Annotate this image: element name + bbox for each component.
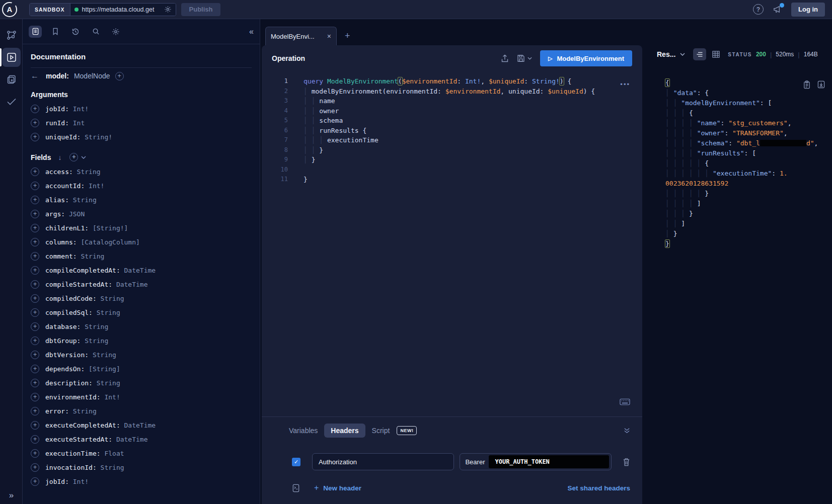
response-dropdown-chevron-icon[interactable]	[680, 53, 685, 56]
field-type[interactable]: Int!	[69, 478, 89, 485]
response-dropdown[interactable]: Res...	[657, 50, 675, 58]
field-row[interactable]: +executeCompletedAt: DateTime	[31, 418, 252, 432]
add-to-query-icon[interactable]: +	[31, 393, 39, 401]
add-all-fields-icon[interactable]: +	[69, 153, 78, 161]
add-to-query-icon[interactable]: +	[31, 322, 39, 331]
add-to-query-icon[interactable]: +	[31, 167, 39, 176]
field-row[interactable]: +alias: String	[31, 193, 252, 207]
sort-fields-icon[interactable]: ↓	[58, 153, 61, 161]
help-icon[interactable]: ?	[753, 4, 764, 15]
add-to-query-icon[interactable]: +	[31, 294, 39, 303]
field-type[interactable]: String	[81, 337, 108, 345]
code-line[interactable]: 4│ │ owner	[262, 106, 642, 116]
add-to-query-icon[interactable]: +	[31, 477, 39, 486]
delete-header-icon[interactable]	[623, 458, 630, 466]
field-type[interactable]: Int!	[85, 182, 104, 190]
add-to-query-icon[interactable]: +	[31, 210, 39, 218]
breadcrumb-type[interactable]: ModelNode	[74, 72, 110, 80]
formatted-view-icon[interactable]	[693, 48, 706, 60]
add-to-query-icon[interactable]: +	[31, 379, 39, 387]
collections-icon[interactable]	[0, 68, 23, 91]
add-to-query-icon[interactable]: +	[31, 238, 39, 246]
tab-variables[interactable]: Variables	[289, 427, 318, 435]
add-to-query-icon[interactable]: +	[31, 351, 39, 359]
code-line[interactable]: 3│ │ name	[262, 96, 642, 106]
tab-script[interactable]: Script	[372, 427, 390, 435]
run-operation-button[interactable]: ▷ ModelByEnvironment	[540, 50, 632, 66]
add-to-query-icon[interactable]: +	[31, 308, 39, 317]
field-row[interactable]: +database: String	[31, 319, 252, 333]
field-type[interactable]: String	[73, 168, 101, 176]
code-line[interactable]: 7│ │ │ executionTime	[262, 135, 642, 145]
add-to-query-icon[interactable]: +	[31, 421, 39, 430]
field-type[interactable]: Int!	[101, 393, 120, 401]
set-shared-headers-link[interactable]: Set shared headers	[567, 484, 630, 492]
argument-row[interactable]: +uniqueId: String!	[31, 130, 252, 144]
add-to-query-icon[interactable]: +	[31, 105, 39, 113]
field-row[interactable]: +error: String	[31, 404, 252, 418]
add-to-query-icon[interactable]: +	[31, 119, 39, 127]
field-row[interactable]: +accountId: Int!	[31, 179, 252, 193]
header-value-input[interactable]: Bearer YOUR_AUTH_TOKEN	[460, 453, 612, 470]
field-row[interactable]: +dbtGroup: String	[31, 333, 252, 348]
field-type[interactable]: String	[93, 379, 120, 387]
save-dropdown-chevron-icon[interactable]	[527, 57, 532, 60]
add-to-query-icon[interactable]: +	[31, 449, 39, 458]
code-line[interactable]: 6│ │ runResults {	[262, 126, 642, 136]
add-to-query-icon[interactable]: +	[31, 337, 39, 345]
code-line[interactable]: 2│ modelByEnvironment(environmentId: $en…	[262, 87, 642, 97]
field-row[interactable]: +access: String	[31, 164, 252, 179]
new-tab-icon[interactable]: +	[345, 31, 350, 41]
settings-gear-icon[interactable]	[109, 26, 122, 38]
preflight-script-icon[interactable]	[292, 484, 300, 492]
field-type[interactable]: Int	[69, 119, 85, 127]
chevron-down-icon[interactable]	[81, 156, 86, 159]
header-key-input[interactable]: Authorization	[312, 453, 454, 470]
header-enabled-checkbox[interactable]: ✓	[292, 458, 300, 466]
explorer-icon[interactable]	[0, 46, 23, 68]
keyboard-shortcuts-icon[interactable]	[620, 398, 630, 405]
add-to-query-icon[interactable]: +	[31, 463, 39, 472]
login-button[interactable]: Log in	[791, 3, 825, 17]
field-row[interactable]: +compiledCode: String	[31, 291, 252, 305]
code-line[interactable]: 9│ }	[262, 155, 642, 165]
argument-row[interactable]: +jobId: Int!	[31, 102, 252, 116]
field-type[interactable]: Float	[101, 450, 124, 457]
field-type[interactable]: String	[89, 351, 116, 359]
field-type[interactable]: String	[69, 407, 97, 415]
field-type[interactable]: DateTime	[120, 267, 156, 274]
code-line[interactable]: 11}	[262, 175, 642, 185]
query-editor[interactable]: 1query ModelByEnvironment($environmentId…	[262, 76, 642, 185]
field-type[interactable]: String	[97, 295, 124, 302]
field-type[interactable]: String	[77, 253, 105, 260]
field-row[interactable]: +compileStartedAt: DateTime	[31, 277, 252, 291]
field-row[interactable]: +dbtVersion: String	[31, 348, 252, 362]
history-icon[interactable]	[69, 26, 82, 38]
field-type[interactable]: [String]	[85, 365, 120, 373]
code-line[interactable]: 8│ │ }	[262, 145, 642, 155]
back-arrow-icon[interactable]: ←	[31, 71, 41, 80]
endpoint-url-input[interactable]: https://metadata.cloud.get	[70, 4, 176, 16]
bookmarks-icon[interactable]	[49, 26, 62, 38]
field-row[interactable]: +executeStartedAt: DateTime	[31, 432, 252, 446]
add-to-query-icon[interactable]: +	[31, 266, 39, 275]
checks-icon[interactable]	[0, 91, 23, 113]
collapse-panel-icon[interactable]	[624, 428, 630, 434]
save-icon[interactable]	[517, 54, 525, 62]
share-icon[interactable]	[501, 54, 509, 63]
search-icon[interactable]	[89, 26, 102, 38]
field-row[interactable]: +compileCompletedAt: DateTime	[31, 263, 252, 277]
add-to-query-icon[interactable]: +	[31, 435, 39, 444]
field-type[interactable]: String	[97, 464, 124, 471]
argument-row[interactable]: +runId: Int	[31, 116, 252, 130]
add-to-query-icon[interactable]: +	[31, 224, 39, 232]
add-to-query-icon[interactable]: +	[31, 280, 39, 289]
field-row[interactable]: +args: JSON	[31, 207, 252, 221]
table-view-icon[interactable]	[712, 51, 720, 58]
field-row[interactable]: +executionTime: Float	[31, 446, 252, 460]
field-type[interactable]: DateTime	[120, 422, 156, 429]
response-json[interactable]: {│ "data": {│ │ "modelByEnvironment": [│…	[665, 78, 829, 249]
code-line[interactable]: 1query ModelByEnvironment($environmentId…	[262, 76, 642, 87]
tab-headers[interactable]: Headers	[324, 424, 365, 438]
operation-tab[interactable]: ModelByEnvi... ×	[265, 27, 337, 45]
